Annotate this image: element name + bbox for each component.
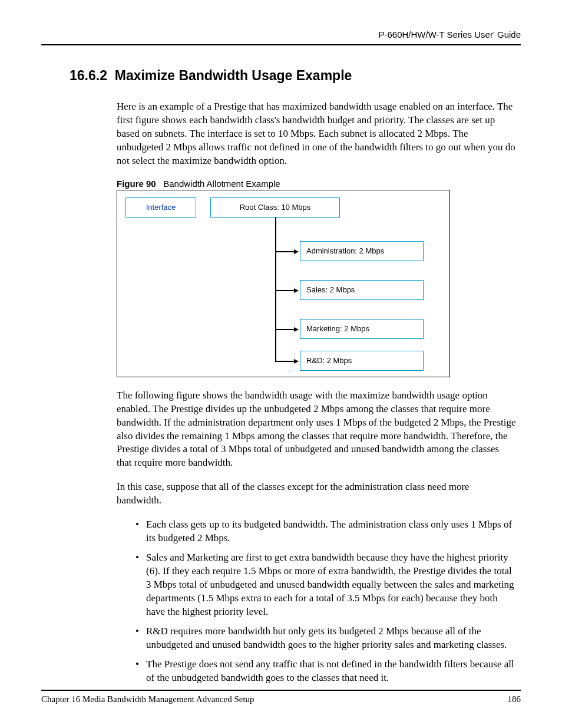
marketing-label: Marketing: 2 Mbps <box>306 324 369 333</box>
connector-line <box>275 290 295 291</box>
root-class-box: Root Class: 10 Mbps <box>210 197 340 218</box>
intro-paragraph: Here is an example of a Prestige that ha… <box>117 100 516 168</box>
marketing-box: Marketing: 2 Mbps <box>300 319 424 339</box>
figure-caption-text: Bandwidth Allotment Example <box>163 179 280 189</box>
sales-box: Sales: 2 Mbps <box>300 280 424 300</box>
connector-line <box>275 251 295 252</box>
connector-line <box>275 361 295 362</box>
page-footer: Chapter 16 Media Bandwidth Management Ad… <box>41 690 521 704</box>
bullet-list: Each class gets up to its budgeted bandw… <box>135 518 516 684</box>
interface-box: Interface <box>125 197 196 218</box>
list-item: Each class gets up to its budgeted bandw… <box>135 518 516 545</box>
bandwidth-allotment-diagram: Interface Root Class: 10 Mbps Administra… <box>117 190 450 377</box>
header-rule <box>41 44 521 45</box>
rnd-box: R&D: 2 Mbps <box>300 351 424 371</box>
list-item: The Prestige does not send any traffic t… <box>135 658 516 685</box>
admin-box: Administration: 2 Mbps <box>300 241 424 261</box>
root-class-label: Root Class: 10 Mbps <box>240 203 311 212</box>
section-number: 16.6.2 <box>70 68 107 83</box>
sales-label: Sales: 2 Mbps <box>306 285 355 294</box>
after-figure-paragraph: The following figure shows the bandwidth… <box>117 389 516 470</box>
figure-label: Figure 90 <box>117 179 156 189</box>
arrow-icon <box>294 359 299 364</box>
section-title: Maximize Bandwidth Usage Example <box>115 68 352 83</box>
interface-box-label: Interface <box>146 203 176 212</box>
page-header: P-660H/HW/W-T Series User' Guide <box>41 29 521 39</box>
list-item: R&D requires more bandwidth but only get… <box>135 625 516 652</box>
arrow-icon <box>294 249 299 254</box>
footer-chapter: Chapter 16 Media Bandwidth Management Ad… <box>41 694 254 704</box>
arrow-icon <box>294 288 299 293</box>
guide-title: P-660H/HW/W-T Series User' Guide <box>378 29 521 39</box>
figure-caption: Figure 90 Bandwidth Allotment Example <box>117 179 521 189</box>
footer-rule <box>41 690 521 691</box>
connector-line <box>275 218 276 361</box>
arrow-icon <box>294 327 299 332</box>
list-item: Sales and Marketing are first to get ext… <box>135 551 516 619</box>
suppose-paragraph: In this case, suppose that all of the cl… <box>117 480 516 508</box>
admin-label: Administration: 2 Mbps <box>306 246 384 255</box>
footer-page-number: 186 <box>508 694 521 704</box>
connector-line <box>275 329 295 330</box>
section-heading: 16.6.2 Maximize Bandwidth Usage Example <box>70 68 521 84</box>
rnd-label: R&D: 2 Mbps <box>306 356 352 365</box>
